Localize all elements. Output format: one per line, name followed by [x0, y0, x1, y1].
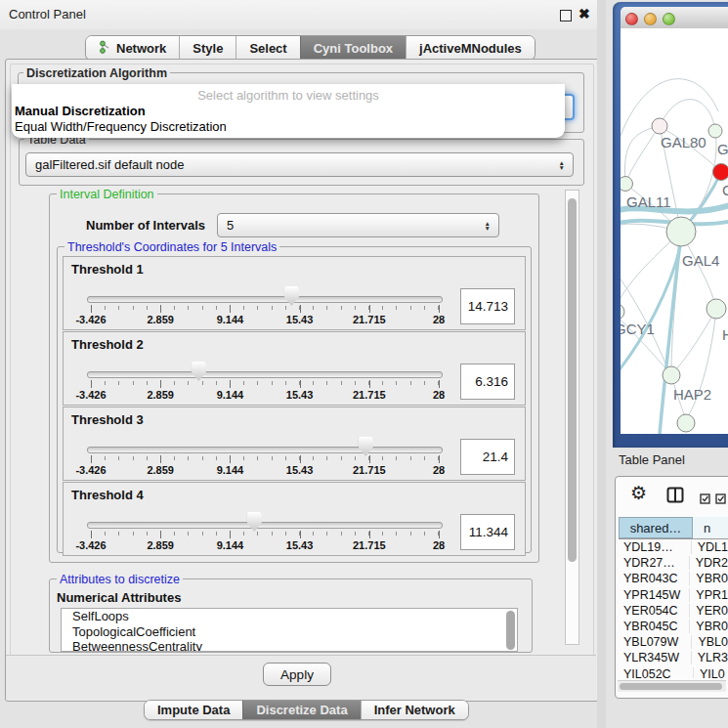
tab-infer-network[interactable]: Infer Network	[361, 701, 468, 719]
node-hap2[interactable]	[663, 366, 680, 384]
threshold-2-slider-thumb[interactable]	[192, 362, 206, 381]
table-row[interactable]: YBR045CYBR0	[619, 619, 728, 634]
node-label: HAP2	[673, 386, 711, 403]
table-cell[interactable]: YBR045C	[619, 620, 689, 633]
network-canvas[interactable]: GAL80 GA C GAL11 GAL4 GCY1 H HAP2	[621, 28, 728, 434]
number-of-intervals-combobox[interactable]: 5 ▲▼	[217, 213, 499, 237]
node-gcy1[interactable]	[621, 304, 624, 320]
node-partial-top[interactable]	[708, 124, 722, 138]
mac-minimize-icon[interactable]	[644, 13, 657, 25]
mac-close-icon[interactable]	[625, 13, 638, 25]
table-cell[interactable]: YLR3	[691, 651, 728, 664]
tick-label: -3.426	[75, 464, 106, 476]
panel-scrollbar[interactable]	[565, 190, 579, 645]
node-gal80[interactable]	[652, 118, 667, 134]
node-right[interactable]	[707, 299, 726, 319]
column-header-shared[interactable]: shared…	[619, 517, 693, 538]
table-cell[interactable]: YDR27…	[619, 556, 689, 570]
threshold-4-value-field[interactable]: 11.344	[460, 514, 515, 550]
tab-style[interactable]: Style	[179, 36, 236, 60]
close-icon[interactable]: ✖	[578, 6, 590, 21]
node-label: GCY1	[621, 321, 655, 337]
table-hscrollbar[interactable]	[618, 680, 726, 692]
tick-label: -3.426	[75, 539, 106, 551]
tab-jactivemnodules[interactable]: jActiveMNodules	[406, 36, 535, 60]
node-gal11[interactable]	[621, 177, 633, 192]
tab-select[interactable]: Select	[236, 36, 299, 60]
table-cell[interactable]: YBL0	[691, 635, 728, 649]
table-hscrollbar-thumb[interactable]	[620, 683, 722, 690]
table-cell[interactable]: YPR1	[689, 588, 728, 602]
table-row[interactable]: YER054CYER0	[619, 603, 728, 619]
attribute-list-item[interactable]: BetweennessCentrality	[62, 639, 517, 652]
mac-zoom-icon[interactable]	[663, 13, 675, 25]
table-cell[interactable]: YPR145W	[619, 588, 689, 602]
table-body[interactable]: YDL19…YDL1YDR27…YDR2YBR043CYBR0YPR145WYP…	[619, 539, 728, 678]
node-red-selected[interactable]	[713, 164, 728, 181]
threshold-2-value-field[interactable]: 6.316	[460, 364, 515, 400]
tick-label: -3.426	[75, 389, 106, 401]
popup-placeholder: Select algorithm to view settings	[12, 88, 565, 103]
checkbox-checked-icon[interactable]	[700, 491, 710, 508]
threshold-4-slider-thumb[interactable]	[247, 512, 262, 532]
table-cell[interactable]: YBL079W	[619, 635, 691, 649]
threshold-1-value-field[interactable]: 14.713	[460, 288, 515, 324]
popup-item-equal-width-frequency[interactable]: Equal Width/Frequency Discretization	[15, 119, 227, 134]
tick-label: 2.859	[147, 314, 174, 325]
tab-impute-data[interactable]: Impute Data	[145, 701, 242, 719]
network-window-titlebar[interactable]	[621, 7, 728, 29]
popup-item-manual-discretization[interactable]: Manual Discretization	[15, 104, 146, 118]
table-row[interactable]: YPR145WYPR1	[619, 587, 728, 603]
table-data-combobox[interactable]: galFiltered.sif default node ▲▼	[25, 152, 574, 177]
table-row[interactable]: YDL19…YDL1	[619, 539, 728, 555]
threshold-3-value-field[interactable]: 21.4	[460, 439, 515, 475]
tab-discretize-data[interactable]: Discretize Data	[242, 701, 360, 719]
column-header-name[interactable]: n	[693, 517, 728, 538]
node-gal4[interactable]	[666, 217, 696, 246]
apply-button[interactable]: Apply	[263, 663, 331, 686]
table-row[interactable]: YIL052CYIL0	[619, 666, 728, 679]
table-cell[interactable]: YDR2	[689, 556, 728, 570]
table-cell[interactable]: YDL1	[691, 540, 728, 554]
tick-label: 15.43	[286, 314, 314, 325]
numerical-attributes-list[interactable]: SelfLoopsTopologicalCoefficientBetweenne…	[61, 608, 518, 652]
number-of-intervals-value: 5	[227, 218, 234, 233]
table-row[interactable]: YLR345WYLR3	[619, 650, 728, 665]
table-row[interactable]: YDR27…YDR2	[619, 555, 728, 571]
node-label: GAL11	[626, 193, 671, 210]
major-tick	[160, 455, 161, 463]
gear-icon[interactable]: ⚙	[630, 484, 647, 503]
table-panel-title: Table Panel	[619, 452, 685, 467]
tick-label: 9.144	[217, 314, 244, 325]
attribute-list-item[interactable]: SelfLoops	[62, 609, 517, 624]
table-row[interactable]: YBL079WYBL0	[619, 634, 728, 650]
table-cell[interactable]: YIL0	[693, 667, 725, 678]
table-row[interactable]: YBR043CYBR0	[619, 571, 728, 586]
table-cell[interactable]: YBR0	[689, 620, 728, 633]
major-tick	[230, 455, 231, 463]
tab-network[interactable]: Network	[86, 36, 179, 60]
table-cell[interactable]: YIL052C	[619, 667, 693, 678]
table-cell[interactable]: YBR0	[689, 572, 728, 585]
combo-arrows-icon: ▲▼	[559, 160, 565, 170]
attribute-list-item[interactable]: TopologicalCoefficient	[62, 624, 517, 640]
major-tick	[439, 531, 440, 538]
table-cell[interactable]: YBR043C	[619, 572, 689, 585]
table-cell[interactable]: YER0	[689, 604, 728, 618]
major-tick	[369, 305, 370, 313]
tab-cyni-toolbox[interactable]: Cyni Toolbox	[300, 36, 406, 60]
list-scrollbar-thumb[interactable]	[506, 611, 515, 650]
threshold-2-ruler: -3.4262.8599.14415.4321.71528	[91, 332, 439, 405]
number-of-intervals-label: Number of Intervals	[86, 218, 205, 233]
column-layout-icon[interactable]	[666, 487, 684, 507]
panel-scrollbar-thumb[interactable]	[568, 198, 577, 562]
checkbox-checked-icon[interactable]	[715, 491, 726, 508]
threshold-1-slider-thumb[interactable]	[284, 286, 299, 306]
threshold-3-slider-thumb[interactable]	[359, 437, 373, 456]
table-cell[interactable]: YER054C	[619, 604, 689, 618]
table-cell[interactable]: YDL19…	[619, 540, 691, 554]
table-cell[interactable]: YLR345W	[619, 651, 691, 664]
control-panel-titlebar: Control Panel ✖	[0, 0, 606, 30]
float-window-icon[interactable]	[560, 10, 572, 21]
node-bottom-partial[interactable]	[677, 414, 695, 432]
